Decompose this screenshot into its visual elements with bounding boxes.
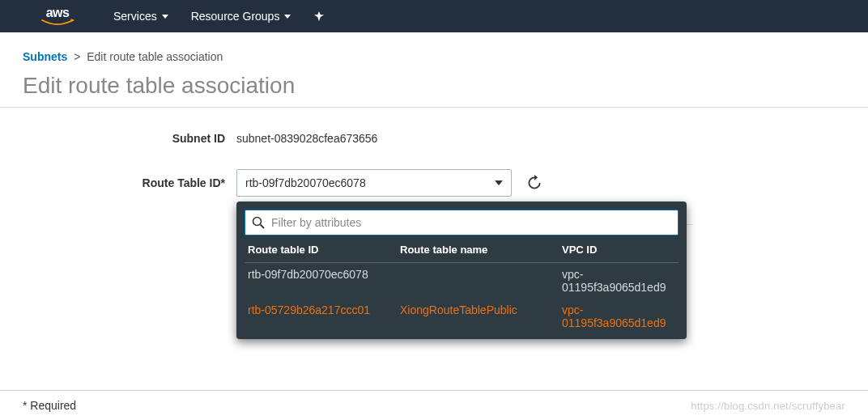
chevron-down-icon	[284, 15, 291, 19]
nav-resource-groups[interactable]: Resource Groups	[191, 10, 291, 23]
svg-point-0	[253, 218, 262, 226]
top-nav: aws Services Resource Groups	[0, 0, 868, 32]
route-table-id-row: Route Table ID* rtb-09f7db20070ec6078	[23, 169, 845, 197]
chevron-down-icon	[162, 15, 168, 19]
dropdown-cell-route-table-id: rtb-09f7db20070ec6078	[248, 268, 400, 294]
dropdown-row[interactable]: rtb-05729b26a217ccc01 XiongRouteTablePub…	[245, 299, 679, 334]
route-table-id-label: Route Table ID*	[23, 176, 236, 189]
svg-line-1	[261, 225, 265, 229]
form-area: Subnet ID subnet-0839028cfea673656 Route…	[0, 108, 868, 197]
dropdown-header-row: Route table ID Route table name VPC ID	[245, 235, 679, 263]
page-title: Edit route table association	[0, 73, 868, 108]
dropdown-search	[245, 210, 679, 235]
search-icon	[252, 216, 265, 229]
breadcrumb-root-link[interactable]: Subnets	[23, 50, 67, 63]
subnet-id-row: Subnet ID subnet-0839028cfea673656	[23, 132, 845, 145]
refresh-icon	[526, 175, 542, 191]
dropdown-header-route-table-id: Route table ID	[248, 244, 400, 256]
nav-resource-groups-label: Resource Groups	[191, 10, 280, 23]
required-note: * Required	[23, 399, 76, 412]
route-table-dropdown: Route table ID Route table name VPC ID r…	[236, 202, 687, 339]
aws-logo[interactable]: aws	[40, 6, 74, 27]
dropdown-header-route-table-name: Route table name	[400, 244, 562, 256]
nav-services[interactable]: Services	[113, 10, 168, 23]
subnet-id-label: Subnet ID	[23, 132, 236, 145]
watermark: https://blog.csdn.net/scruffybear	[691, 400, 845, 412]
breadcrumb: Subnets > Edit route table association	[0, 32, 868, 73]
footer-bar: * Required https://blog.csdn.net/scruffy…	[0, 390, 868, 420]
breadcrumb-current: Edit route table association	[87, 50, 223, 63]
dropdown-row[interactable]: rtb-09f7db20070ec6078 vpc-01195f3a9065d1…	[245, 263, 679, 299]
breadcrumb-separator: >	[74, 50, 80, 63]
route-table-select-wrap: rtb-09f7db20070ec6078	[236, 169, 546, 197]
nav-services-label: Services	[113, 10, 157, 23]
chevron-down-icon	[495, 180, 503, 185]
dropdown-cell-vpc-id: vpc-01195f3a9065d1ed9	[562, 303, 675, 329]
aws-smile-icon	[40, 19, 74, 27]
route-table-selected-value: rtb-09f7db20070ec6078	[245, 176, 366, 189]
dropdown-cell-route-table-name	[400, 268, 562, 294]
subnet-id-value: subnet-0839028cfea673656	[236, 132, 377, 145]
dropdown-cell-route-table-name: XiongRouteTablePublic	[400, 303, 562, 329]
dropdown-search-input[interactable]	[271, 216, 671, 229]
dropdown-cell-vpc-id: vpc-01195f3a9065d1ed9	[562, 268, 675, 294]
pin-icon[interactable]	[313, 11, 325, 22]
route-table-select[interactable]: rtb-09f7db20070ec6078	[236, 169, 512, 197]
refresh-button[interactable]	[523, 172, 546, 194]
dropdown-header-vpc-id: VPC ID	[562, 244, 675, 256]
dropdown-cell-route-table-id: rtb-05729b26a217ccc01	[248, 303, 400, 329]
